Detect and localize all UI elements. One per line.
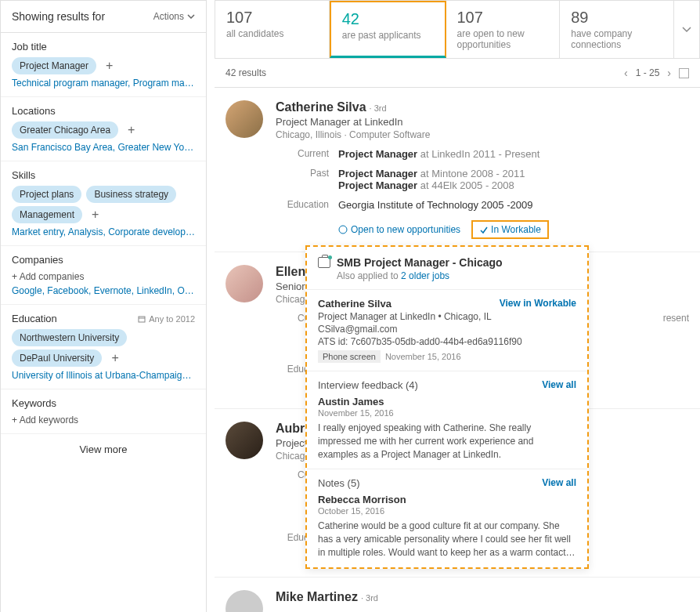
avatar — [226, 265, 263, 302]
filter-label: Education — [12, 313, 57, 324]
note-date: October 15, 2016 — [318, 506, 576, 516]
feedback-text: I really enjoyed speaking with Catherine… — [318, 422, 576, 461]
stage-badge: Phone screen — [318, 350, 381, 363]
avatar — [226, 590, 263, 612]
present-fragment: resent — [663, 313, 689, 324]
filter-keywords: Keywords + Add keywords — [1, 389, 206, 434]
stats-row: 107 all candidates 42 are past applicant… — [215, 0, 700, 59]
checkmark-icon — [338, 225, 348, 234]
page-range: 1 - 25 — [636, 67, 660, 78]
candidate-location: Chicago, Illinois · Computer Software — [276, 129, 689, 140]
candidate-card[interactable]: Mike Martinez· 3rd — [215, 578, 700, 612]
filter-label: Locations — [12, 105, 195, 117]
filter-locations: Locations Greater Chicago Area + San Fra… — [1, 97, 206, 161]
popover-subtitle: Also applied to 2 older jobs — [337, 270, 576, 281]
filter-pill[interactable]: Management — [12, 206, 82, 223]
connection-degree: · 3rd — [361, 593, 378, 603]
select-all-checkbox[interactable] — [679, 68, 689, 78]
filter-label: Job title — [12, 41, 195, 53]
filter-suggestions[interactable]: Technical program manager, Program mana… — [12, 78, 195, 89]
row-label-current: Current — [276, 148, 329, 160]
prev-page[interactable]: ‹ — [624, 67, 628, 79]
candidate-name: Mike Martinez — [276, 590, 358, 603]
stat-open-opportunities[interactable]: 107 are open to new opportunities — [446, 1, 561, 58]
filter-suggestions[interactable]: Market entry, Analysis, Corporate develo… — [12, 226, 195, 237]
notes-viewall-link[interactable]: View all — [542, 477, 576, 488]
filter-pill[interactable]: Business strategy — [86, 186, 176, 203]
older-jobs-link[interactable]: 2 older jobs — [401, 270, 449, 281]
feedback-author: Austin James — [318, 396, 576, 407]
next-page[interactable]: › — [667, 67, 671, 79]
briefcase-icon — [318, 257, 330, 268]
actions-dropdown[interactable]: Actions — [153, 11, 195, 22]
filter-pill[interactable]: Project Manager — [12, 57, 96, 74]
filter-pill[interactable]: DePaul University — [12, 349, 102, 367]
stats-expand[interactable] — [674, 1, 699, 58]
results-count: 42 results — [226, 67, 266, 78]
avatar — [226, 100, 263, 138]
candidate-name: Catherine Silva — [276, 100, 366, 114]
connection-degree: · 3rd — [370, 103, 387, 113]
filter-companies: Companies + Add companies Google, Facebo… — [1, 246, 206, 305]
stat-past-applicants[interactable]: 42 are past applicants — [330, 1, 446, 58]
popover-job-title: SMB Project Manager - Chicago — [337, 256, 503, 269]
view-in-workable-link[interactable]: View in Workable — [500, 298, 576, 309]
candidate-card[interactable]: Catherine Silva· 3rd Project Manager at … — [215, 88, 700, 252]
filter-suggestions[interactable]: San Francisco Bay Area, Greater New York… — [12, 142, 195, 153]
calendar-icon — [138, 315, 146, 323]
notes-heading: Notes (5) — [318, 477, 359, 489]
feedback-heading: Interview feedback (4) — [318, 379, 418, 391]
chevron-down-icon — [187, 14, 195, 19]
filter-label: Keywords — [12, 397, 195, 409]
filter-suggestions[interactable]: Google, Facebook, Evernote, LinkedIn, Oc… — [12, 285, 195, 296]
stat-all-candidates[interactable]: 107 all candidates — [215, 1, 330, 58]
popover-candidate-name: Catherine Silva — [318, 298, 391, 310]
popover-ats-id: ATS id: 7c607b35-05db-add0-44b4-ed6a9116… — [318, 336, 576, 347]
check-icon — [479, 226, 488, 234]
add-pill-icon[interactable]: + — [106, 349, 123, 367]
open-to-opportunities-badge: Open to new opportunities — [338, 224, 460, 235]
chevron-down-icon — [682, 27, 691, 33]
filters-sidebar: Showing results for Actions Job title Pr… — [0, 0, 207, 612]
row-label-education: Education — [276, 199, 329, 211]
add-companies[interactable]: + Add companies — [12, 271, 84, 282]
stage-date: November 15, 2016 — [385, 352, 461, 361]
add-pill-icon[interactable]: + — [87, 206, 103, 223]
filter-label: Companies — [12, 254, 195, 266]
filter-pill[interactable]: Northwestern University — [12, 329, 127, 346]
in-workable-badge[interactable]: In Workable — [471, 220, 549, 239]
stat-company-connections[interactable]: 89 have company connections — [560, 1, 674, 58]
popover-candidate-email: CSilva@gmail.com — [318, 324, 576, 335]
results-bar: 42 results ‹ 1 - 25 › — [215, 59, 700, 88]
filter-pill[interactable]: Greater Chicago Area — [12, 121, 118, 139]
note-text: Catherine would be a good culture fit at… — [318, 520, 576, 559]
avatar — [226, 422, 263, 459]
filter-education: Education Any to 2012 Northwestern Unive… — [1, 305, 206, 389]
workable-popover: SMB Project Manager - Chicago Also appli… — [305, 245, 589, 569]
svg-rect-0 — [139, 317, 145, 322]
add-pill-icon[interactable]: + — [123, 121, 139, 139]
svg-point-2 — [339, 226, 347, 234]
feedback-date: November 15, 2016 — [318, 408, 576, 418]
add-keywords[interactable]: + Add keywords — [12, 415, 78, 426]
add-pill-icon[interactable]: + — [101, 57, 117, 74]
feedback-viewall-link[interactable]: View all — [542, 379, 576, 390]
note-author: Rebecca Morrison — [318, 494, 576, 505]
sidebar-title: Showing results for — [12, 10, 105, 23]
filter-jobtitle: Job title Project Manager + Technical pr… — [1, 33, 206, 97]
candidate-headline: Project Manager at LinkedIn — [276, 116, 689, 128]
filter-date-range[interactable]: Any to 2012 — [138, 314, 195, 324]
filter-suggestions[interactable]: University of Illinois at Urbana-Champai… — [12, 370, 195, 381]
popover-candidate-title: Project Manager at LinkedIn • Chicago, I… — [318, 311, 576, 322]
filter-label: Skills — [12, 169, 195, 181]
view-more-filters[interactable]: View more — [1, 434, 206, 465]
filter-skills: Skills Project plans Business strategy M… — [1, 161, 206, 246]
filter-pill[interactable]: Project plans — [12, 186, 81, 203]
row-label-past: Past — [276, 168, 329, 191]
